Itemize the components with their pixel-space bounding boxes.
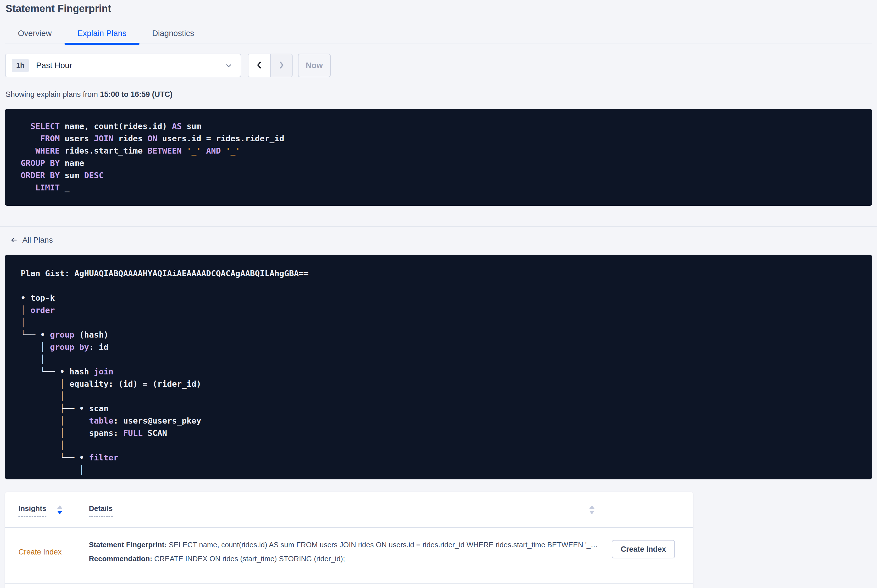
column-header-insights[interactable]: Insights <box>18 504 89 527</box>
arrow-left-icon <box>10 236 18 244</box>
code-line: │ <box>21 390 872 402</box>
code-line: • top-k <box>21 292 872 304</box>
recommendation-detail: Recommendation: CREATE INDEX ON rides (s… <box>89 552 602 566</box>
code-line: │ <box>21 464 872 476</box>
tab-bar: Overview Explain Plans Diagnostics <box>5 25 872 44</box>
insights-table-header: Insights Details <box>5 492 693 528</box>
column-header-details[interactable]: Details <box>89 504 602 527</box>
code-line: SELECT name, count(rides.id) AS sum <box>21 120 872 132</box>
code-line <box>21 279 872 292</box>
time-range-select[interactable]: 1h Past Hour <box>5 54 241 77</box>
insights-table-card: Insights Details Create Index Statement … <box>5 492 693 588</box>
page-title: Statement Fingerprint <box>6 3 872 15</box>
code-line: ORDER BY sum DESC <box>21 169 872 182</box>
code-line: │ order <box>21 304 872 316</box>
sort-arrows-icon <box>589 506 595 514</box>
code-line: └── • filter <box>21 452 872 464</box>
time-toolbar: 1h Past Hour Now <box>5 54 872 77</box>
details-header-label: Details <box>89 504 113 517</box>
time-nav-group <box>248 54 293 77</box>
code-line: │ table: users@users_pkey <box>21 415 872 427</box>
section-divider <box>0 226 877 227</box>
insight-table-row: Create Index Statement Fingerprint: SELE… <box>5 528 693 584</box>
insight-type-cell: Create Index <box>18 538 89 583</box>
showing-range-text: Showing explain plans from 15:00 to 16:5… <box>6 90 872 99</box>
code-line: GROUP BY name <box>21 157 872 169</box>
sort-arrows-icon <box>57 506 63 514</box>
code-line: LIMIT _ <box>21 182 872 194</box>
code-line: └── • group (hash) <box>21 328 872 341</box>
chevron-left-icon <box>254 60 264 70</box>
code-line: │ <box>21 316 872 328</box>
statement-fingerprint-detail: Statement Fingerprint: SELECT name, coun… <box>89 538 602 552</box>
chevron-right-icon <box>277 60 286 70</box>
sql-statement-box: SELECT name, count(rides.id) AS sum FROM… <box>5 109 872 206</box>
all-plans-label: All Plans <box>23 236 53 244</box>
insights-header-label: Insights <box>18 504 47 517</box>
plan-gist-box: Plan Gist: AgHUAQIABQAAAAHYAQIAiAEAAAADC… <box>5 255 872 479</box>
column-header-action <box>602 504 685 527</box>
code-line: │ <box>21 439 872 452</box>
code-line: │ spans: FULL SCAN <box>21 427 872 439</box>
chevron-down-icon <box>224 62 233 70</box>
create-index-button[interactable]: Create Index <box>612 540 675 558</box>
insight-details-cell: Statement Fingerprint: SELECT name, coun… <box>89 538 602 583</box>
showing-range-value: 15:00 to 16:59 (UTC) <box>100 90 173 99</box>
code-line: └── • hash join <box>21 366 872 378</box>
code-line: FROM users JOIN rides ON users.id = ride… <box>21 132 872 145</box>
code-line: ├── • scan <box>21 402 872 415</box>
code-line: │ <box>21 353 872 366</box>
code-line: WHERE rides.start_time BETWEEN '_' AND '… <box>21 145 872 157</box>
code-line: │ equality: (id) = (rider_id) <box>21 378 872 390</box>
time-range-label: Past Hour <box>36 61 72 70</box>
time-range-badge: 1h <box>12 58 29 72</box>
prev-time-button[interactable] <box>248 54 270 77</box>
insight-action-cell: Create Index <box>602 538 685 583</box>
code-line: │ group by: id <box>21 341 872 353</box>
create-index-insight-link[interactable]: Create Index <box>18 548 62 556</box>
tab-explain-plans[interactable]: Explain Plans <box>65 25 140 44</box>
now-button[interactable]: Now <box>298 54 331 77</box>
code-line: Plan Gist: AgHUAQIABQAAAAHYAQIAiAEAAAADC… <box>21 267 872 279</box>
next-time-button[interactable] <box>270 54 292 77</box>
all-plans-back-link[interactable]: All Plans <box>10 236 53 244</box>
tab-overview[interactable]: Overview <box>5 25 65 44</box>
statement-fingerprint-page: Statement Fingerprint Overview Explain P… <box>0 3 877 588</box>
tab-diagnostics[interactable]: Diagnostics <box>140 25 207 44</box>
